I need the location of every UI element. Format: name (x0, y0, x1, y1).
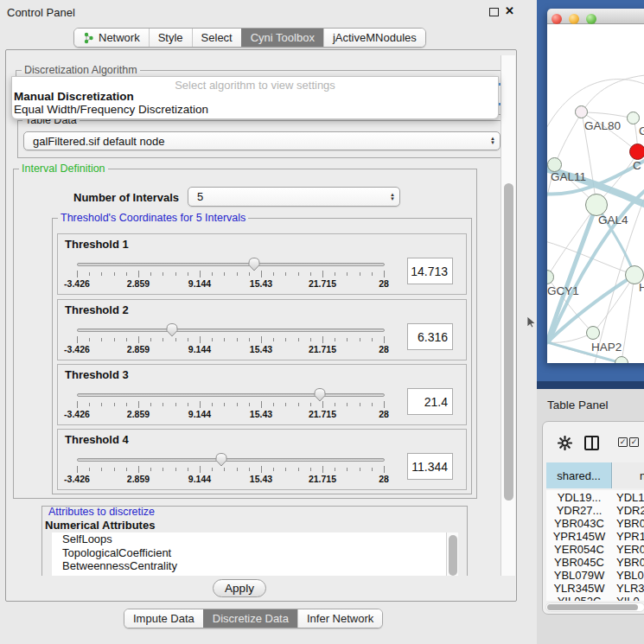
table-horizontal-scrollbar[interactable] (545, 603, 644, 612)
slider-track[interactable] (77, 458, 385, 462)
tab-infer-network[interactable]: Infer Network (297, 609, 382, 628)
table-row[interactable]: YIL052CYIL0 (546, 595, 644, 601)
node-label: C (633, 159, 641, 172)
list-item[interactable]: BetweennessCentrality (52, 559, 446, 573)
tick-label: -3.426 (64, 474, 90, 484)
tick-label: 21.715 (309, 474, 336, 484)
panel-scrollbar[interactable] (501, 55, 515, 576)
tab-network[interactable]: Network (74, 29, 149, 47)
close-icon[interactable]: ✕ (505, 4, 514, 17)
tick-label: 9.144 (188, 474, 211, 484)
network-window-titlebar[interactable] (547, 9, 644, 24)
node-gal80[interactable] (575, 105, 588, 118)
combo-stepper-icon: ▲▼ (390, 188, 395, 206)
tick-label: 21.715 (309, 278, 336, 289)
zoom-traffic-light-icon[interactable] (586, 14, 596, 24)
tick-label: 15.43 (250, 409, 272, 419)
tab-select[interactable]: Select (192, 29, 241, 47)
threshold-2-value-field[interactable]: 6.316 (407, 323, 453, 350)
threshold-2-panel: Threshold 2 -3.426 2.859 9.144 15.43 21.… (57, 299, 467, 360)
checkbox-icon[interactable]: ✓ (629, 437, 639, 447)
slider-thumb[interactable] (247, 257, 261, 271)
panel-title: Control Panel (7, 6, 75, 19)
slider-track[interactable] (77, 263, 385, 266)
tab-jactivemnodules[interactable]: jActiveMNodules (323, 29, 425, 47)
threshold-1-value-field[interactable]: 14.713 (407, 258, 453, 284)
close-traffic-light-icon[interactable] (552, 14, 562, 24)
table-data-combo[interactable]: galFiltered.sif default node ▲▼ (23, 131, 501, 150)
node-hap2[interactable] (586, 326, 600, 340)
tick-label: 15.43 (250, 278, 272, 289)
numerical-attributes-label: Numerical Attributes (45, 519, 155, 532)
checkbox-icon[interactable]: ✓ (618, 437, 628, 447)
tab-discretize-data[interactable]: Discretize Data (203, 609, 297, 628)
tab-style[interactable]: Style (149, 29, 192, 47)
slider-ticks (77, 271, 386, 278)
table-row[interactable]: YDL19...YDL1 (546, 491, 644, 504)
table-row[interactable]: YBR045CYBR0 (546, 556, 644, 569)
tick-label: 28 (379, 344, 389, 354)
network-window[interactable]: GAL80 GA C GAL11 GAL4 GCY1 H HAP2 (547, 9, 644, 363)
attributes-group-title: Attributes to discretize (46, 506, 157, 518)
tick-label: 21.715 (309, 344, 336, 354)
combo-stepper-icon: ▲▼ (490, 132, 495, 150)
table-panel-title: Table Panel (547, 399, 609, 411)
tick-label: 2.859 (127, 474, 150, 484)
slider-ticks (77, 401, 386, 409)
threshold-4-value-field[interactable]: 11.344 (407, 453, 453, 480)
discretization-algorithm-title: Discretization Algorithm (22, 64, 140, 76)
slider-track[interactable] (77, 328, 385, 332)
tick-label: 9.144 (188, 409, 211, 419)
threshold-3-panel: Threshold 3 -3.426 2.859 9.144 15.43 21.… (57, 364, 467, 425)
tab-impute-data[interactable]: Impute Data (124, 609, 203, 628)
tick-label: 15.43 (250, 344, 272, 354)
table-row[interactable]: YBR043CYBR0 (546, 517, 644, 530)
popup-item-manual-discretization[interactable]: Manual Discretization (14, 90, 134, 103)
tick-label: -3.426 (64, 278, 90, 289)
slider-track[interactable] (77, 393, 385, 397)
node-label: GAL80 (584, 119, 621, 132)
tab-cyni-toolbox[interactable]: Cyni Toolbox (241, 29, 323, 47)
number-of-intervals-combo[interactable]: 5 ▲▼ (188, 187, 400, 207)
minimize-traffic-light-icon[interactable] (569, 14, 579, 24)
tick-label: 9.144 (188, 278, 211, 289)
tick-label: 2.859 (127, 278, 150, 289)
column-header-name[interactable]: n (613, 462, 644, 488)
top-tab-bar: Network Style Select Cyni Toolbox jActiv… (73, 28, 426, 48)
slider-thumb[interactable] (214, 452, 228, 467)
list-item[interactable]: SelfLoops (52, 532, 446, 546)
mouse-cursor (527, 316, 537, 328)
node-partial-top-right[interactable] (627, 112, 640, 124)
slider-ticks (77, 466, 386, 474)
float-window-icon[interactable] (489, 8, 499, 16)
split-columns-icon[interactable] (584, 436, 599, 450)
apply-button[interactable]: Apply (213, 579, 266, 597)
tick-label: 2.859 (127, 409, 150, 419)
network-canvas[interactable]: GAL80 GA C GAL11 GAL4 GCY1 H HAP2 (547, 24, 644, 363)
app-screen: Control Panel ✕ Network Style Select Cyn… (0, 0, 644, 644)
slider-thumb[interactable] (165, 322, 179, 337)
numerical-attributes-list[interactable]: SelfLoops TopologicalCoefficient Between… (52, 532, 446, 576)
slider-ticks (77, 336, 386, 344)
bottom-tab-bar: Impute Data Discretize Data Infer Networ… (124, 609, 383, 628)
node-label: GAL11 (551, 170, 586, 183)
node-label: HAP2 (591, 341, 622, 354)
threshold-4-panel: Threshold 4 -3.426 2.859 9.144 15.43 21.… (57, 429, 467, 490)
node-red-selected[interactable] (629, 143, 644, 160)
table-row[interactable]: YBL079WYBL0 (546, 569, 644, 582)
gear-icon[interactable] (558, 436, 572, 450)
list-item[interactable]: TopologicalCoefficient (52, 546, 446, 560)
slider-thumb[interactable] (313, 387, 327, 402)
interval-definition-title: Interval Definition (19, 163, 108, 175)
popup-item-equal-width[interactable]: Equal Width/Frequency Discretization (14, 103, 208, 116)
table-row[interactable]: YDR27...YDR2 (546, 504, 644, 517)
list-scrollbar[interactable] (446, 532, 458, 576)
table-row[interactable]: YPR145WYPR1 (546, 530, 644, 543)
threshold-3-value-field[interactable]: 21.4 (407, 388, 453, 415)
node-label: GA (639, 124, 644, 137)
table-row[interactable]: YER054CYER0 (546, 543, 644, 556)
column-header-shared[interactable]: shared... (546, 462, 612, 488)
table-row[interactable]: YLR345WYLR3 (546, 582, 644, 595)
node-label: GAL4 (598, 214, 628, 226)
tick-label: 21.715 (309, 409, 336, 419)
